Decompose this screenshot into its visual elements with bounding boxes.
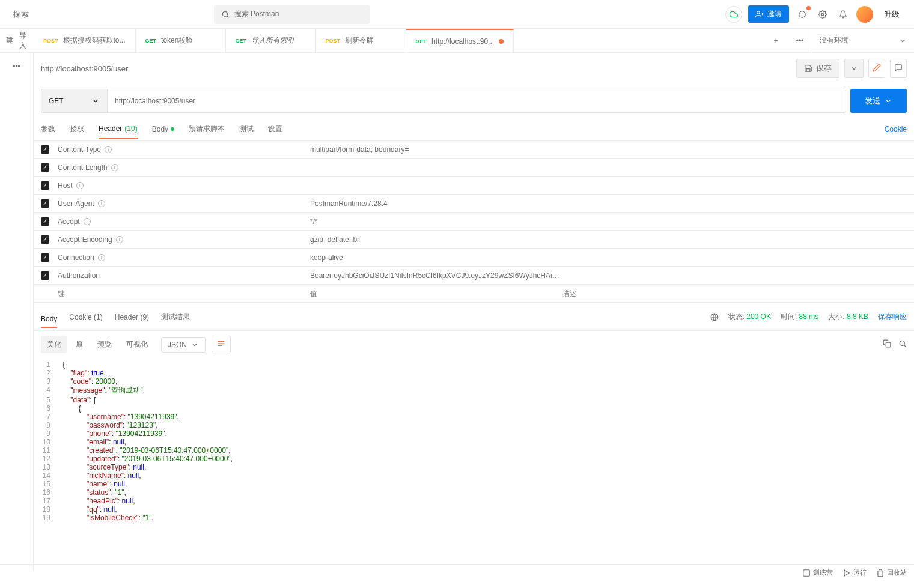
header-key[interactable]: User-Agenti — [58, 199, 310, 208]
view-visualize[interactable]: 可视化 — [120, 336, 154, 353]
request-tab[interactable]: GETtoken校验 — [136, 29, 226, 52]
checkbox[interactable]: ✓ — [41, 271, 49, 280]
footer-runner[interactable]: 运行 — [842, 568, 867, 577]
copy-icon — [883, 339, 891, 348]
header-input-row — [34, 285, 914, 303]
code-line: 18 "qq": null, — [34, 505, 914, 514]
json-type-select[interactable]: JSON — [161, 337, 206, 353]
bootcamp-icon — [802, 569, 811, 577]
view-pretty[interactable]: 美化 — [41, 336, 67, 353]
footer-bootcamp[interactable]: 训练营 — [802, 568, 833, 577]
new-button[interactable]: 建 — [5, 33, 14, 48]
header-key[interactable]: Accept-Encodingi — [58, 235, 310, 244]
value-input[interactable] — [310, 289, 562, 298]
avatar[interactable] — [856, 6, 873, 23]
send-button[interactable]: 发送 — [850, 89, 907, 113]
bell-icon[interactable] — [836, 7, 850, 22]
resp-tab-tests[interactable]: 测试结果 — [161, 308, 190, 326]
pencil-icon — [873, 64, 881, 72]
header-value[interactable]: */* — [310, 217, 562, 226]
notification-dot — [806, 6, 811, 10]
size-label: 大小: 8.8 KB — [828, 312, 868, 322]
url-input[interactable] — [107, 89, 845, 113]
code-line: 8 "password": "123123", — [34, 421, 914, 429]
checkbox[interactable]: ✓ — [41, 163, 49, 172]
tab-body[interactable]: Body — [152, 120, 174, 138]
sync-icon[interactable] — [725, 6, 742, 23]
method-badge: POST — [326, 38, 341, 44]
header-value[interactable]: gzip, deflate, br — [310, 235, 562, 244]
tab-settings[interactable]: 设置 — [268, 119, 282, 139]
header-key[interactable]: Content-Lengthi — [58, 163, 310, 172]
header-key[interactable]: Connectioni — [58, 253, 310, 262]
resp-tab-header[interactable]: Header (9) — [115, 309, 149, 325]
add-tab-button[interactable]: ＋ — [764, 35, 788, 46]
comment-button[interactable] — [890, 59, 907, 78]
header-value[interactable]: PostmanRuntime/7.28.4 — [310, 199, 562, 208]
method-select[interactable]: GET — [41, 89, 107, 113]
tab-params[interactable]: 参数 — [41, 119, 55, 139]
checkbox[interactable]: ✓ — [41, 181, 49, 190]
header-row: ✓Content-Lengthi — [34, 159, 914, 177]
desc-input[interactable] — [562, 289, 907, 298]
header-row: ✓Accepti*/* — [34, 213, 914, 231]
tab-tests[interactable]: 测试 — [239, 119, 254, 139]
request-tab[interactable]: POST刷新令牌 — [316, 29, 406, 52]
checkbox[interactable]: ✓ — [41, 145, 49, 154]
trash-icon — [876, 569, 885, 577]
globe-icon — [710, 313, 719, 321]
wrap-button[interactable] — [212, 336, 231, 353]
resp-tab-cookie[interactable]: Cookie (1) — [69, 309, 102, 325]
footer-trash[interactable]: 回收站 — [876, 568, 907, 577]
tab-prereq[interactable]: 预请求脚本 — [189, 119, 225, 139]
request-tab[interactable]: POST根据授权码获取to... — [34, 29, 136, 52]
sidebar-more[interactable]: ••• — [8, 58, 25, 76]
save-dropdown[interactable] — [844, 59, 864, 78]
checkbox[interactable]: ✓ — [41, 235, 49, 244]
checkbox[interactable]: ✓ — [41, 217, 49, 226]
upgrade-button[interactable]: 升级 — [879, 7, 904, 22]
header-value[interactable]: multipart/form-data; boundary= — [310, 145, 562, 154]
resp-tab-body[interactable]: Body — [41, 311, 57, 328]
code-line: 19 "isMobileCheck": "1", — [34, 514, 914, 522]
search-box[interactable]: 搜索 Postman — [214, 5, 370, 24]
tabs-more-button[interactable]: ••• — [788, 37, 812, 45]
header-key[interactable]: Authorization — [58, 271, 310, 280]
edit-button[interactable] — [868, 59, 885, 78]
environment-select[interactable]: 没有环境 — [812, 29, 914, 52]
header-key[interactable]: Hosti — [58, 181, 310, 190]
cookie-link[interactable]: Cookie — [885, 125, 907, 133]
save-button[interactable]: 保存 — [796, 59, 839, 78]
copy-button[interactable] — [883, 339, 891, 350]
method-label: GET — [49, 97, 64, 105]
nav-explore[interactable]: 探索 — [10, 7, 32, 22]
settings-icon[interactable] — [815, 7, 830, 22]
header-value[interactable]: keep-alive — [310, 253, 562, 262]
header-row: ✓Content-Typeimultipart/form-data; bound… — [34, 141, 914, 159]
tab-auth[interactable]: 授权 — [70, 119, 84, 139]
import-button[interactable]: 导入 — [18, 28, 29, 53]
request-tab[interactable]: GET导入所有索引 — [226, 29, 316, 52]
invite-button[interactable]: 邀请 — [748, 5, 789, 23]
checkbox[interactable]: ✓ — [41, 199, 49, 208]
body-dot-icon — [171, 127, 174, 131]
checkbox[interactable]: ✓ — [41, 253, 49, 262]
save-response-button[interactable]: 保存响应 — [878, 312, 907, 322]
code-line: 15 "name": null, — [34, 480, 914, 488]
code-line: 12 "updated": "2019-03-06T15:40:47.000+0… — [34, 455, 914, 463]
key-input[interactable] — [58, 289, 310, 298]
search-response-button[interactable] — [898, 339, 907, 350]
tab-headers[interactable]: Header (10) — [99, 120, 138, 139]
tab-title: http://localhost:90... — [431, 37, 494, 46]
code-line: 3 "code": 20000, — [34, 377, 914, 386]
view-preview[interactable]: 预览 — [91, 336, 118, 353]
code-line: 5 "data": [ — [34, 396, 914, 404]
notifications-icon[interactable] — [795, 7, 809, 22]
header-key[interactable]: Content-Typei — [58, 145, 310, 154]
info-icon: i — [111, 164, 118, 171]
header-value[interactable]: Bearer eyJhbGciOiJSUzI1NiIsInR5cCI6IkpXV… — [310, 271, 562, 280]
view-raw[interactable]: 原 — [70, 336, 89, 353]
header-key[interactable]: Accepti — [58, 217, 310, 226]
search-icon — [221, 10, 230, 19]
request-tab[interactable]: GEThttp://localhost:90... — [406, 29, 514, 52]
